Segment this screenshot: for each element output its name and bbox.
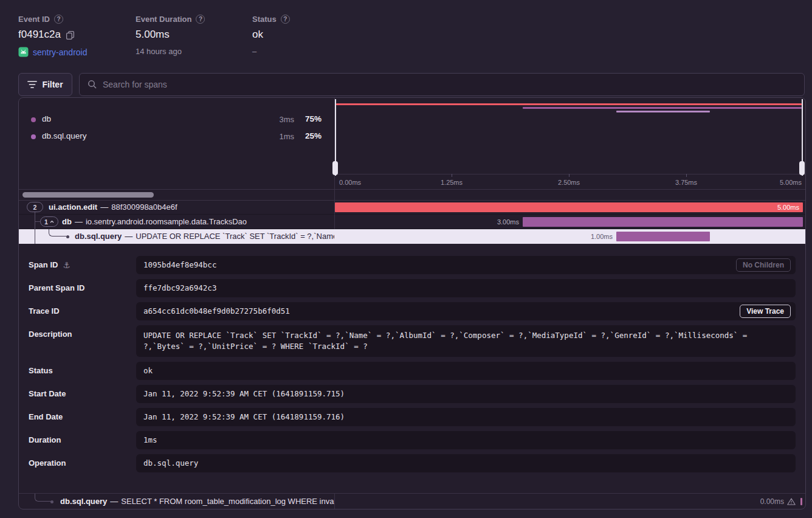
- help-icon[interactable]: ?: [54, 15, 63, 24]
- span-bar-ui-action-edit: 5.00ms: [335, 202, 803, 212]
- chevron-up-icon: [50, 220, 54, 223]
- detail-row-span-id: Span ID⚓ 1095bd4ef8e94bccNo Children: [19, 256, 805, 274]
- detail-row-parent-span-id: Parent Span ID ffe7dbc92a6942c3: [19, 279, 805, 297]
- minimap-span-ui-action-edit: [336, 103, 802, 105]
- span-duration: 3.00ms: [481, 217, 519, 227]
- span-details-panel: Span ID⚓ 1095bd4ef8e94bccNo Children Par…: [19, 244, 805, 493]
- divider-line: [19, 493, 805, 494]
- no-children-badge: No Children: [736, 258, 791, 272]
- android-icon: [18, 47, 29, 57]
- start-date-value: Jan 11, 2022 9:52:39 AM CET (1641891159.…: [136, 385, 796, 403]
- ops-breakdown-row-db-sql-query[interactable]: db.sql.query 1ms 25%: [19, 130, 334, 144]
- detail-row-end-date: End Date Jan 11, 2022 9:52:39 AM CET (16…: [19, 408, 805, 426]
- zero-duration-span-bar: [800, 498, 802, 505]
- operation-value: db.sql.query: [136, 454, 796, 472]
- help-icon[interactable]: ?: [196, 15, 205, 24]
- parent-span-id-value: ffe7dbc92a6942c3: [136, 279, 796, 297]
- horizontal-scrollbar-thumb[interactable]: [22, 192, 154, 198]
- detail-row-description: Description UPDATE OR REPLACE `Track` SE…: [19, 325, 805, 357]
- warning-icon: [787, 498, 796, 505]
- status-value: ok: [136, 362, 796, 380]
- view-trace-button[interactable]: View Trace: [740, 305, 791, 318]
- expand-collapse-badge[interactable]: 1: [40, 216, 58, 227]
- detail-row-operation: Operation db.sql.query: [19, 454, 805, 472]
- span-duration: 5.00ms: [777, 202, 799, 212]
- minimap-left-grip[interactable]: [332, 161, 338, 175]
- detail-row-start-date: Start Date Jan 11, 2022 9:52:39 AM CET (…: [19, 385, 805, 403]
- tree-line: [35, 229, 35, 244]
- search-input[interactable]: [103, 80, 796, 89]
- children-count-badge[interactable]: 2: [27, 202, 43, 212]
- tree-line: [35, 221, 40, 222]
- anchor-icon[interactable]: ⚓: [63, 256, 71, 274]
- span-duration: 0.00ms: [760, 497, 784, 506]
- op-color-dot: [31, 134, 36, 139]
- span-row-db[interactable]: 1 db—io.sentry.android.roomsample.data.T…: [19, 215, 805, 229]
- divider-line: [19, 189, 805, 190]
- event-duration-label: Event Duration: [136, 15, 191, 24]
- span-bar-db-sql-query: [616, 232, 710, 241]
- duration-value: 1ms: [136, 431, 796, 449]
- tree-elbow: [49, 229, 66, 237]
- status-sub: –: [252, 47, 256, 56]
- span-row-db-sql-query-selected[interactable]: db.sql.query—UPDATE OR REPLACE `Track` S…: [19, 229, 805, 244]
- axis-label: 0.00ms: [339, 176, 361, 189]
- op-color-dot: [31, 117, 36, 122]
- detail-row-status: Status ok: [19, 362, 805, 380]
- tree-node-dot: [66, 235, 69, 238]
- detail-row-duration: Duration 1ms: [19, 431, 805, 449]
- span-row-db-sql-query-select[interactable]: db.sql.query—SELECT * FROM room_table_mo…: [19, 493, 805, 509]
- trace-id-value: a654cc61dc0b48ef9d0b27275b6f0d51View Tra…: [136, 302, 796, 320]
- axis-label: 2.50ms: [551, 176, 587, 189]
- minimap-span-db: [523, 107, 802, 109]
- end-date-value: Jan 11, 2022 9:52:39 AM CET (1641891159.…: [136, 408, 796, 426]
- description-value: UPDATE OR REPLACE `Track` SET `TrackId` …: [136, 325, 796, 357]
- search-box: [79, 73, 805, 96]
- span-bar-db: [523, 217, 803, 227]
- axis-label: 3.75ms: [668, 176, 704, 189]
- search-icon: [88, 80, 97, 89]
- minimap-span-db-sql-query: [616, 111, 710, 112]
- copy-icon[interactable]: [66, 30, 75, 40]
- span-id-value: 1095bd4ef8e94bccNo Children: [136, 256, 796, 274]
- span-row-ui-action-edit[interactable]: 2 ui.action.edit—88f300998a0b4e6f 5.00ms: [19, 200, 805, 215]
- filter-icon: [27, 80, 37, 89]
- event-time-ago: 14 hours ago: [136, 47, 182, 56]
- help-icon[interactable]: ?: [281, 15, 290, 24]
- event-duration-value: 5.00ms: [136, 29, 170, 41]
- tree-line: [35, 215, 35, 229]
- event-id-label: Event ID: [18, 15, 50, 24]
- status-label: Status: [252, 15, 277, 24]
- project-link[interactable]: sentry-android: [33, 47, 88, 57]
- span-duration: 1.00ms: [574, 232, 613, 241]
- tree-node-dot: [50, 500, 53, 503]
- event-id-value: f0491c2a: [18, 29, 61, 41]
- minimap-right-grip[interactable]: [799, 161, 805, 175]
- ops-breakdown-row-db[interactable]: db 3ms 75%: [19, 112, 334, 127]
- filter-label: Filter: [42, 80, 63, 89]
- tree-elbow: [35, 493, 52, 502]
- trace-view-panel: db 3ms 75% db.sql.query 1ms 25% 0.00ms 1…: [18, 97, 806, 509]
- axis-label: 5.00ms: [765, 176, 802, 189]
- detail-row-trace-id: Trace ID a654cc61dc0b48ef9d0b27275b6f0d5…: [19, 302, 805, 320]
- status-value: ok: [252, 29, 263, 41]
- axis-label: 1.25ms: [433, 176, 470, 189]
- span-detail-page: { "header": { "event_id_label": "Event I…: [0, 0, 812, 518]
- axis-top-border: [334, 174, 805, 174]
- filter-button[interactable]: Filter: [18, 73, 72, 96]
